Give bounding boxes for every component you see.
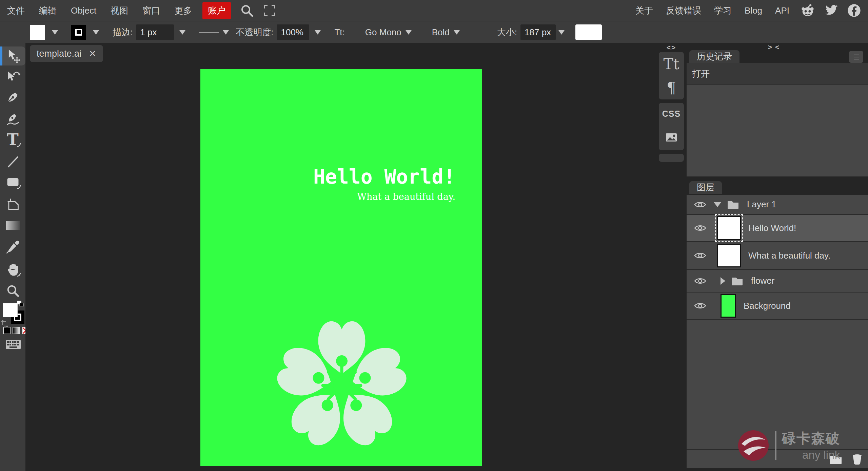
history-menu-button[interactable] (849, 51, 863, 63)
document-canvas[interactable]: Hello World! What a beautiful day. (200, 69, 482, 466)
layer-row-text[interactable]: What a beautiful day. (687, 242, 868, 270)
hand-tool-button[interactable] (0, 260, 25, 279)
foreground-color-swatch[interactable] (3, 303, 18, 317)
watermark-subtitle: any link (782, 449, 840, 461)
opacity-label: 不透明度: (236, 26, 273, 38)
search-icon[interactable] (240, 3, 254, 18)
swap-colors-icon[interactable] (17, 300, 25, 308)
opacity-field[interactable]: 100% (277, 24, 309, 40)
reset-colors-icon[interactable] (1, 319, 9, 327)
facebook-icon[interactable] (847, 3, 861, 18)
visibility-eye-icon[interactable] (694, 277, 706, 285)
layer-row-group[interactable]: Layer 1 (687, 195, 868, 215)
black-preset-swatch[interactable] (3, 327, 11, 334)
stroke-width-dropdown-arrow-icon[interactable] (179, 30, 185, 35)
type-tool-button[interactable]: T (0, 131, 25, 150)
right-icon-strip: <> Tt ¶ CSS (656, 43, 687, 471)
crop-tool-icon (5, 196, 20, 211)
tab-layers[interactable]: 图层 (689, 181, 722, 194)
reddit-icon[interactable] (800, 4, 815, 17)
stroke-style-dropdown-arrow-icon[interactable] (223, 30, 229, 35)
font-size-field[interactable]: 187 px (520, 24, 556, 40)
stroke-swatch-inner (75, 29, 82, 36)
more-panel-group[interactable] (659, 154, 684, 162)
canvas-subheading-text[interactable]: What a beautiful day. (357, 191, 455, 202)
layer-thumbnail[interactable] (717, 216, 741, 240)
tool-submenu-mark-icon (17, 185, 21, 189)
menu-item-more[interactable]: 更多 (167, 5, 199, 17)
flower-graphic[interactable] (271, 314, 413, 457)
direct-selection-tool-button[interactable] (0, 68, 25, 87)
foreground-background-colors[interactable] (0, 300, 25, 327)
zoom-tool-button[interactable] (0, 281, 25, 300)
font-family-dropdown-arrow-icon[interactable] (406, 30, 412, 35)
font-weight-dropdown-arrow-icon[interactable] (454, 30, 460, 35)
collapse-strip-toggle[interactable]: <> (656, 43, 687, 52)
css-panel-icon[interactable]: CSS (662, 109, 680, 119)
link-report-bug[interactable]: 反馈错误 (659, 5, 708, 17)
close-tab-icon[interactable]: ✕ (89, 49, 96, 59)
folder-icon (727, 200, 739, 210)
character-panel-icon[interactable]: Tt (663, 55, 679, 73)
paragraph-panel-icon[interactable]: ¶ (667, 79, 676, 96)
expand-group-icon[interactable] (721, 277, 725, 285)
font-size-dropdown-arrow-icon[interactable] (558, 30, 565, 35)
menu-item-edit[interactable]: 编辑 (32, 5, 64, 17)
watermark: 碌卡森破 any link (737, 429, 840, 461)
font-weight-value[interactable]: Bold (432, 27, 450, 38)
stroke-color-swatch[interactable] (71, 25, 86, 40)
layer-thumbnail-background[interactable] (721, 294, 736, 318)
line-tool-button[interactable] (0, 152, 25, 171)
layer-row-selected-text[interactable]: Hello World! (687, 215, 868, 242)
fill-color-swatch[interactable] (30, 25, 45, 40)
tab-history[interactable]: 历史记录 (689, 50, 739, 63)
layer-name: flower (751, 276, 774, 286)
eyedropper-tool-button[interactable] (0, 237, 25, 256)
twitter-icon[interactable] (824, 4, 838, 17)
menu-item-object[interactable]: Object (64, 5, 103, 16)
rectangle-tool-button[interactable] (0, 173, 25, 192)
link-about[interactable]: 关于 (629, 5, 659, 17)
keyboard-shortcuts-icon[interactable] (5, 339, 21, 350)
canvas-heading-text[interactable]: Hello World! (313, 165, 455, 188)
visibility-eye-icon[interactable] (694, 301, 706, 310)
menu-item-file[interactable]: 文件 (0, 5, 32, 17)
layer-thumbnail[interactable] (717, 244, 741, 267)
layer-row-flower-group[interactable]: flower (687, 270, 868, 293)
image-panel-icon[interactable] (665, 131, 678, 144)
tool-submenu-mark-icon (17, 272, 21, 277)
pen-tool-button[interactable] (0, 88, 25, 107)
move-tool-button[interactable] (0, 46, 25, 65)
account-button[interactable]: 账户 (202, 2, 231, 19)
delete-layer-trash-icon[interactable] (850, 453, 864, 466)
crop-tool-button[interactable] (0, 194, 25, 213)
opacity-dropdown-arrow-icon[interactable] (315, 30, 321, 35)
css-image-panel-group: CSS (659, 103, 684, 150)
collapse-group-icon[interactable] (714, 202, 721, 207)
text-color-swatch[interactable] (575, 24, 602, 40)
gradient-preset-swatch[interactable] (13, 327, 20, 334)
fill-dropdown-arrow-icon[interactable] (52, 30, 58, 35)
link-blog[interactable]: Blog (738, 5, 769, 16)
free-pen-tool-button[interactable] (0, 110, 25, 129)
visibility-eye-icon[interactable] (694, 224, 706, 232)
visibility-eye-icon[interactable] (694, 200, 706, 209)
document-tab[interactable]: template.ai ✕ (30, 45, 103, 62)
font-family-value[interactable]: Go Mono (365, 27, 401, 38)
stroke-dropdown-arrow-icon[interactable] (93, 30, 99, 35)
layers-tab-bar: 图层 (687, 181, 868, 194)
gradient-tool-button[interactable] (0, 216, 25, 235)
gradient-tool-icon (6, 221, 20, 230)
fullscreen-icon[interactable] (263, 4, 276, 17)
link-api[interactable]: API (769, 5, 796, 16)
folder-icon (731, 276, 744, 286)
stroke-style-preview[interactable] (199, 32, 219, 33)
menu-item-window[interactable]: 窗口 (135, 5, 167, 17)
layer-row-background[interactable]: Background (687, 293, 868, 320)
visibility-eye-icon[interactable] (694, 251, 706, 260)
menu-item-view[interactable]: 视图 (103, 5, 135, 17)
history-entry-open[interactable]: 打开 (687, 63, 868, 85)
stroke-width-field[interactable]: 1 px (136, 24, 174, 40)
layer-name: Hello World! (748, 223, 796, 233)
link-learn[interactable]: 学习 (708, 5, 738, 17)
